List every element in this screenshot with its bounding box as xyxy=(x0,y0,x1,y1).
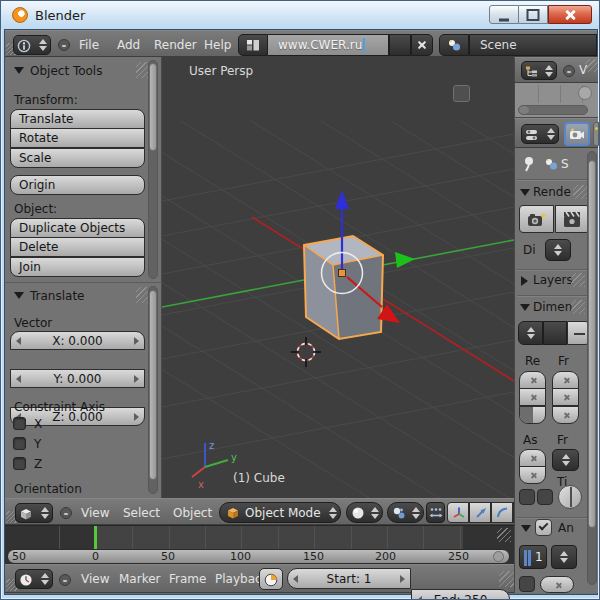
menu-add[interactable]: Add xyxy=(117,38,140,52)
scale-button[interactable]: Scale xyxy=(10,148,145,168)
time-remap-old-field[interactable] xyxy=(519,489,535,505)
constraint-y-checkbox[interactable] xyxy=(13,437,26,450)
properties-scrollbar-handle[interactable] xyxy=(588,160,596,528)
outliner-content[interactable] xyxy=(514,83,598,118)
pin-icon[interactable] xyxy=(521,155,537,173)
join-button[interactable]: Join xyxy=(10,257,145,277)
panel-expand-icon[interactable] xyxy=(520,189,530,196)
area-corner-icon[interactable] xyxy=(585,59,598,72)
outliner-hscrollbar[interactable] xyxy=(518,105,588,115)
menu-view[interactable]: View xyxy=(81,572,109,586)
redo-panel-scrollbar[interactable] xyxy=(148,286,158,494)
render-animation-button[interactable] xyxy=(555,205,590,233)
toolshelf-scrollbar-handle[interactable] xyxy=(149,63,157,151)
aa-filter-dropdown[interactable] xyxy=(551,545,577,569)
mode-dropdown[interactable]: Object Mode xyxy=(219,502,341,523)
manipulator-y-arrow[interactable] xyxy=(395,252,415,268)
panel-drag-icon[interactable] xyxy=(571,300,585,314)
rotate-manipulator-button[interactable] xyxy=(491,502,513,523)
viewport-3d[interactable]: z y x User Persp (1) Cube xyxy=(162,57,514,498)
resolution-y-field[interactable] xyxy=(519,388,546,406)
vector-x-field[interactable]: X: 0.000 xyxy=(10,331,145,350)
duplicate-objects-button[interactable]: Duplicate Objects xyxy=(10,218,145,238)
collapse-menus-icon[interactable] xyxy=(58,39,70,51)
menu-frame[interactable]: Frame xyxy=(169,572,206,586)
outliner-toggle-icon[interactable] xyxy=(578,86,592,100)
cube-object[interactable] xyxy=(304,236,383,339)
menu-object[interactable]: Object xyxy=(173,506,212,520)
resolution-x-field[interactable] xyxy=(519,371,546,389)
render-presets-dropdown[interactable] xyxy=(518,321,543,345)
increment-icon[interactable] xyxy=(134,337,139,345)
translate-panel-title[interactable]: Translate xyxy=(30,289,85,303)
area-corner-icon[interactable] xyxy=(499,571,515,587)
aa-samples-button[interactable]: 1 xyxy=(519,545,547,569)
manipulator-axis-button[interactable] xyxy=(447,502,469,523)
panel-drag-icon[interactable] xyxy=(571,273,585,287)
redo-panel-scrollbar-handle[interactable] xyxy=(149,290,157,480)
pivot-dropdown[interactable] xyxy=(387,502,424,523)
scrollbar-handle-dot[interactable] xyxy=(493,551,504,562)
timeline[interactable]: 50 0 50 100 150 200 250 xyxy=(5,525,514,564)
partial-checkbox[interactable] xyxy=(519,576,535,592)
resolution-percent-slider[interactable] xyxy=(519,406,546,424)
panel-expand-icon[interactable] xyxy=(521,525,531,532)
area-corner-icon[interactable] xyxy=(497,528,511,542)
menu-help[interactable]: Help xyxy=(204,38,231,52)
add-preset-button[interactable] xyxy=(543,321,567,345)
editor-type-selector[interactable] xyxy=(15,503,53,523)
panel-expand-icon[interactable] xyxy=(520,304,530,311)
render-panel-title[interactable]: Rende xyxy=(533,185,571,199)
render-tab[interactable] xyxy=(564,122,590,146)
translate-button[interactable]: Translate xyxy=(10,109,145,129)
display-dropdown[interactable] xyxy=(545,239,571,261)
frame-start-field[interactable] xyxy=(552,371,579,389)
properties-scrollbar[interactable] xyxy=(587,151,597,585)
partial-field[interactable] xyxy=(540,576,574,593)
editor-type-selector[interactable] xyxy=(521,61,557,80)
vector-y-field[interactable]: Y: 0.000 xyxy=(10,369,145,388)
shading-dropdown[interactable] xyxy=(346,502,383,523)
collapse-menus-icon[interactable] xyxy=(563,65,575,77)
current-frame-indicator[interactable] xyxy=(94,526,97,549)
preview-range-button[interactable] xyxy=(259,568,283,590)
manipulator-z-arrow[interactable] xyxy=(335,190,349,209)
collapse-menus-icon[interactable] xyxy=(60,507,72,519)
object-tools-panel-title[interactable]: Object Tools xyxy=(30,64,102,78)
manipulator-toggle[interactable] xyxy=(426,502,445,523)
panel-expand-icon[interactable] xyxy=(14,67,24,74)
constraint-z-checkbox[interactable] xyxy=(13,457,26,470)
editor-type-selector[interactable] xyxy=(13,35,51,55)
clock-dial-icon[interactable] xyxy=(558,485,582,509)
editor-type-selector[interactable] xyxy=(15,569,53,589)
menu-marker[interactable]: Marker xyxy=(119,572,160,586)
next-tab-partial[interactable] xyxy=(593,122,599,146)
panel-drag-icon[interactable] xyxy=(573,185,587,199)
frame-step-field[interactable] xyxy=(552,406,579,424)
sidebar-toggle-button[interactable] xyxy=(453,85,470,102)
antialiasing-checkbox[interactable] xyxy=(535,519,552,536)
toolshelf-scrollbar[interactable] xyxy=(148,60,158,279)
time-remap-new-field[interactable] xyxy=(537,489,553,505)
increment-icon[interactable] xyxy=(134,375,139,383)
antialiasing-panel-title[interactable]: An xyxy=(558,521,574,535)
minimize-button[interactable] xyxy=(489,5,519,24)
constraint-x-checkbox[interactable] xyxy=(13,417,26,430)
timeline-ruler[interactable]: 50 0 50 100 150 200 250 xyxy=(7,549,510,564)
panel-collapsed-icon[interactable] xyxy=(521,276,528,286)
panel-expand-icon[interactable] xyxy=(14,292,24,299)
aspect-y-field[interactable] xyxy=(519,466,546,484)
increment-icon[interactable] xyxy=(400,575,405,583)
start-frame-field[interactable]: Start: 1 xyxy=(287,568,411,589)
menu-view[interactable]: View xyxy=(81,506,109,520)
scene-browse-button[interactable] xyxy=(439,34,469,56)
increment-icon[interactable] xyxy=(134,413,139,421)
origin-button[interactable]: Origin xyxy=(10,175,145,195)
frame-end-field[interactable] xyxy=(552,388,579,406)
rotate-button[interactable]: Rotate xyxy=(10,128,145,148)
end-frame-field[interactable]: End: 250 xyxy=(411,589,510,600)
titlebar[interactable]: Blender xyxy=(1,1,600,29)
menu-select[interactable]: Select xyxy=(123,506,160,520)
maximize-button[interactable] xyxy=(519,5,548,24)
add-screen-button[interactable] xyxy=(389,34,411,56)
